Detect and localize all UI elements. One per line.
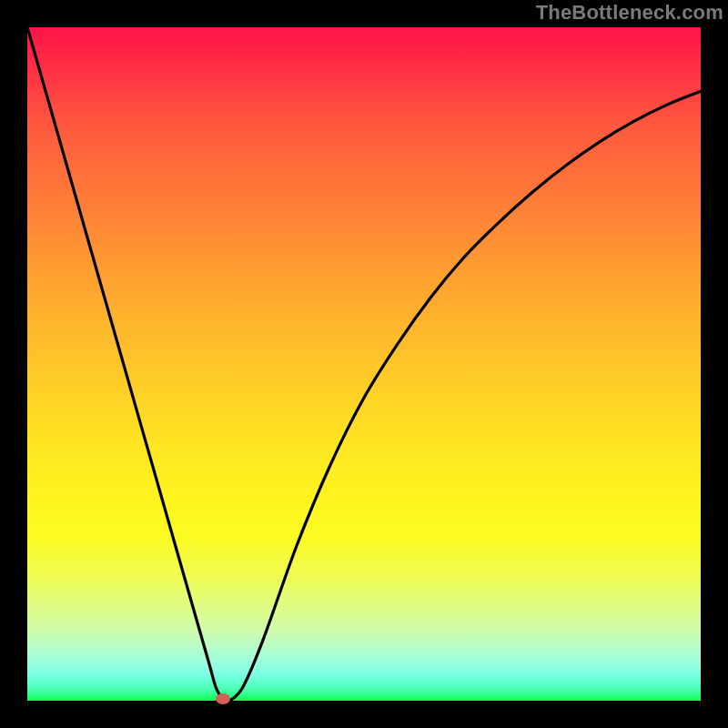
minimum-marker (216, 693, 230, 704)
chart-container: TheBottleneck.com (0, 0, 728, 728)
bottleneck-curve (27, 27, 701, 701)
plot-area (27, 27, 701, 701)
watermark-text: TheBottleneck.com (536, 1, 723, 25)
